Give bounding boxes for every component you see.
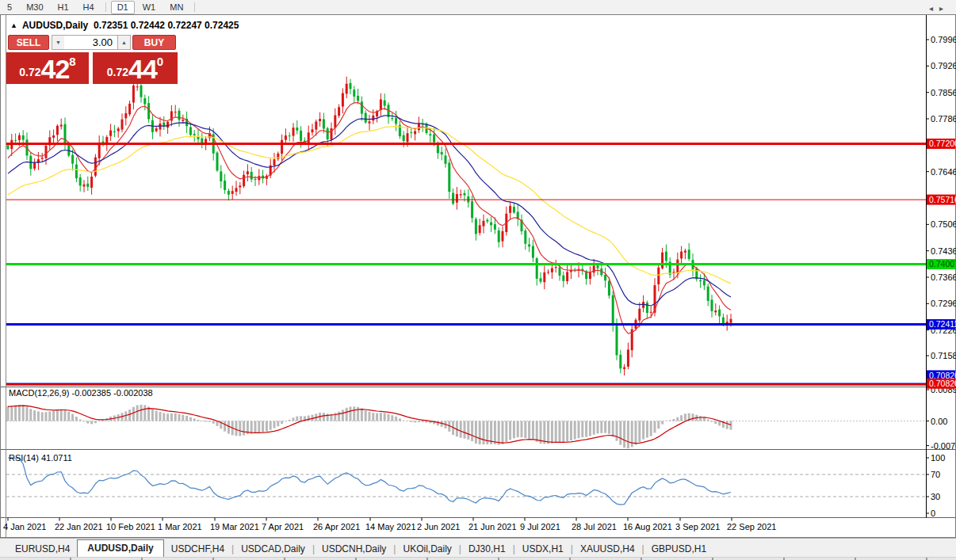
date-axis-label: 22 Jan 2021 bbox=[55, 522, 103, 531]
chevron-down-icon: ▼ bbox=[55, 40, 61, 45]
date-axis-label: 10 Feb 2021 bbox=[106, 522, 155, 531]
rsi-axis-label: 0 bbox=[931, 509, 935, 518]
price-axis-label: 0.72960 bbox=[931, 299, 956, 308]
volume-input[interactable]: 3.00 bbox=[64, 35, 117, 50]
one-click-trade-panel: SELL ▼ 3.00 ▲ BUY 0.72428 0.72440 bbox=[6, 35, 178, 84]
level-price-box-label: 0.74007 bbox=[929, 259, 956, 269]
collapse-arrow-icon[interactable]: ▲ bbox=[10, 21, 17, 29]
date-axis-label: 4 Jan 2021 bbox=[3, 522, 46, 531]
price-axis-label: 0.78560 bbox=[931, 88, 956, 97]
date-axis-label: 19 Mar 2021 bbox=[210, 522, 259, 531]
tab-scroll-arrows[interactable]: ◂▸ bbox=[929, 4, 950, 13]
date-axis-label: 2 Jun 2021 bbox=[417, 522, 460, 531]
rsi-axis-label: 100 bbox=[931, 453, 945, 463]
date-axis-label: 22 Sep 2021 bbox=[727, 522, 776, 531]
tab-ukoil-daily[interactable]: UKOil,Daily bbox=[396, 541, 458, 558]
tab-usdchf-h4[interactable]: USDCHF,H4 bbox=[164, 541, 231, 558]
price-axis-label: 0.73660 bbox=[931, 272, 956, 282]
buy-price-sup: 0 bbox=[157, 55, 163, 68]
tab-gbpusd-h1[interactable]: GBPUSD,H1 bbox=[644, 541, 713, 558]
buy-button[interactable]: BUY bbox=[132, 35, 176, 50]
price-axis-label: 0.79960 bbox=[931, 35, 956, 44]
chart-symbol-label: AUDUSD,Daily bbox=[22, 20, 88, 31]
toolbar-separator bbox=[105, 2, 106, 12]
tab-dj30-h1[interactable]: DJ30,H1 bbox=[461, 541, 513, 558]
buy-price-display[interactable]: 0.72440 bbox=[93, 52, 178, 84]
date-axis-label: 16 Aug 2021 bbox=[623, 522, 672, 531]
rsi-axis-label: 30 bbox=[931, 492, 940, 501]
chart-background bbox=[0, 14, 956, 538]
tab-scroll-right-icon[interactable]: ▸ bbox=[939, 4, 950, 13]
buy-price-prefix: 0.72 bbox=[107, 66, 128, 78]
rsi-axis-label: 70 bbox=[931, 470, 940, 479]
price-axis-label: 0.79260 bbox=[931, 61, 956, 70]
level-price-box-label: 0.75716 bbox=[929, 195, 956, 204]
date-axis-label: 26 Apr 2021 bbox=[313, 522, 360, 531]
timeframe-button-h4[interactable]: H4 bbox=[77, 1, 101, 14]
toolbar-separator bbox=[194, 2, 195, 12]
chevron-up-icon: ▲ bbox=[121, 40, 127, 45]
sell-price-display[interactable]: 0.72428 bbox=[6, 52, 89, 84]
rsi-indicator-label: RSI(14) 41.0711 bbox=[9, 453, 72, 463]
tab-audusd-daily[interactable]: AUDUSD,Daily bbox=[77, 539, 163, 558]
price-axis-label: 0.71580 bbox=[931, 351, 956, 360]
chart-ohlc-values: 0.72351 0.72442 0.72247 0.72425 bbox=[94, 20, 239, 31]
tab-eurusd-h4[interactable]: EURUSD,H4 bbox=[8, 541, 77, 558]
date-axis-label: 14 May 2021 bbox=[365, 522, 416, 531]
date-axis-label: 9 Jul 2021 bbox=[520, 522, 560, 531]
macd-axis-label: 0.00 bbox=[931, 417, 947, 426]
timeframe-button-h1[interactable]: H1 bbox=[52, 1, 75, 14]
chart-tab-bar: EURUSD,H4AUDUSD,DailyUSDCHF,H4|USDCAD,Da… bbox=[0, 538, 956, 558]
level-price-box-label: 0.77200 bbox=[929, 139, 956, 148]
chart-canvas[interactable]: 0.799600.792600.785600.778600.764600.750… bbox=[0, 14, 956, 538]
timeframe-button-m30[interactable]: M30 bbox=[20, 1, 49, 14]
tab-usdx-h1[interactable]: USDX,H1 bbox=[515, 541, 571, 558]
sell-price-big: 42 bbox=[41, 55, 70, 82]
tab-xauusd-h4[interactable]: XAUUSD,H4 bbox=[573, 541, 642, 558]
price-axis-label: 0.76460 bbox=[931, 167, 956, 177]
sell-button[interactable]: SELL bbox=[8, 35, 49, 50]
timeframe-button-mn[interactable]: MN bbox=[163, 1, 189, 14]
timeframe-button-w1[interactable]: W1 bbox=[136, 1, 163, 14]
timeframe-toolbar: 5M30H1H4D1W1MN bbox=[0, 0, 956, 15]
timeframe-button-5[interactable]: 5 bbox=[1, 1, 18, 14]
chart-title: ▲AUDUSD,Daily 0.72351 0.72442 0.72247 0.… bbox=[10, 20, 239, 31]
level-price-box-label: 0.72411 bbox=[929, 319, 956, 329]
price-axis-label: 0.74360 bbox=[931, 246, 956, 256]
volume-increase-button[interactable]: ▲ bbox=[117, 35, 131, 50]
tab-scroll-left-icon[interactable]: ◂ bbox=[929, 4, 939, 13]
price-axis-label: 0.77860 bbox=[931, 114, 956, 124]
buy-price-big: 44 bbox=[128, 55, 157, 82]
window-bottom-edge bbox=[0, 557, 956, 560]
date-axis-label: 1 Mar 2021 bbox=[158, 522, 202, 531]
macd-axis-label: -0.00701 bbox=[931, 441, 956, 451]
volume-decrease-button[interactable]: ▼ bbox=[52, 35, 65, 50]
sell-price-prefix: 0.72 bbox=[19, 66, 40, 78]
date-axis-label: 7 Apr 2021 bbox=[262, 522, 304, 531]
date-axis-label: 3 Sep 2021 bbox=[675, 522, 720, 531]
price-axis-label: 0.75060 bbox=[931, 219, 956, 229]
tab-usdcad-daily[interactable]: USDCAD,Daily bbox=[234, 541, 312, 558]
macd-indicator-label: MACD(12,26,9) -0.002385 -0.002038 bbox=[9, 388, 153, 398]
level-price-box-label: 0.70820 bbox=[929, 379, 956, 388]
tab-usdcnh-daily[interactable]: USDCNH,Daily bbox=[315, 541, 393, 558]
date-axis-label: 28 Jul 2021 bbox=[572, 522, 617, 531]
sell-price-sup: 8 bbox=[69, 55, 75, 68]
date-axis-label: 21 Jun 2021 bbox=[468, 522, 517, 531]
timeframe-button-d1[interactable]: D1 bbox=[111, 1, 135, 14]
